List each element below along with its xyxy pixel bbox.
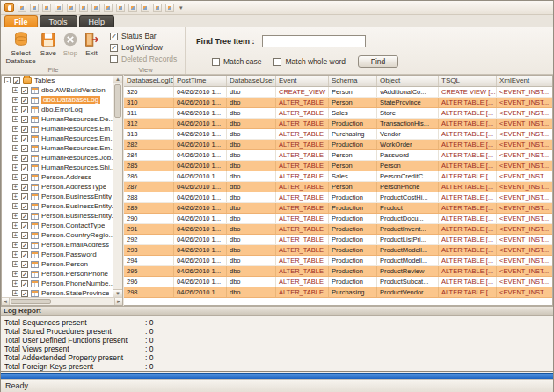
search-icon[interactable]	[91, 4, 100, 12]
grid-row-287[interactable]: 28704/26/2010 1...dboALTER_TABLEPersonPe…	[124, 182, 552, 192]
checkbox-icon[interactable]	[21, 174, 28, 181]
grid-row-286[interactable]: 28604/26/2010 1...dboALTER_TABLESalesPer…	[124, 171, 552, 182]
print-icon[interactable]	[67, 4, 76, 12]
checkbox-icon[interactable]	[21, 164, 28, 171]
checkbox-icon[interactable]	[21, 135, 28, 142]
grid-row-294[interactable]: 29404/26/2010 1...dboALTER_TABLEProducti…	[124, 256, 552, 266]
tree-item-person-businessentity[interactable]: + Person.BusinessEntity...	[2, 211, 113, 221]
grid-row-292[interactable]: 29204/26/2010 1...dboALTER_TABLEProducti…	[124, 235, 552, 245]
grid-row-293[interactable]: 29304/26/2010 1...dboALTER_TABLEProducti…	[124, 245, 552, 256]
qat-dropdown-icon[interactable]: ▾	[179, 1, 183, 15]
expand-icon[interactable]: +	[12, 280, 18, 287]
tree-item-person-address[interactable]: + Person.Address	[2, 172, 113, 182]
expand-icon[interactable]: +	[12, 116, 18, 122]
expand-icon[interactable]: +	[12, 145, 18, 151]
column-header-event[interactable]: Event	[276, 76, 329, 86]
tree-item-humanresources-job[interactable]: + HumanResources.Job...	[2, 153, 113, 163]
expand-icon[interactable]: +	[12, 97, 18, 103]
match-case-checkbox[interactable]: Match case	[212, 57, 261, 66]
expand-icon[interactable]: +	[12, 290, 18, 296]
checkbox-icon[interactable]	[21, 145, 28, 152]
expand-icon[interactable]: +	[12, 164, 18, 171]
checkbox-icon[interactable]	[13, 77, 20, 84]
save-all-icon[interactable]	[42, 4, 51, 12]
tree-item-person-businessentity[interactable]: + Person.BusinessEntity	[2, 192, 113, 201]
report-icon[interactable]	[128, 4, 137, 12]
tree-item-humanresources-em[interactable]: + HumanResources.Em...	[2, 143, 113, 153]
save-button[interactable]: Save	[37, 29, 60, 64]
expand-icon[interactable]: +	[12, 222, 18, 229]
tree-horizontal-scrollbar[interactable]: ◄ ►	[2, 297, 122, 305]
expand-icon[interactable]: +	[12, 106, 18, 113]
expand-icon[interactable]: +	[12, 193, 18, 200]
checkbox-icon[interactable]	[21, 280, 28, 287]
column-header-schema[interactable]: Schema	[329, 76, 377, 86]
checkbox-icon[interactable]	[21, 116, 28, 123]
column-header-databaseuser[interactable]: DatabaseUser	[227, 76, 276, 86]
info-icon[interactable]	[153, 4, 162, 12]
checkbox-icon[interactable]	[21, 232, 28, 239]
tree-item-dbo-awbuildversion[interactable]: + dbo.AWBuildVersion	[2, 85, 113, 95]
column-header-xmlevent[interactable]: XmlEvent	[497, 76, 553, 86]
log-window-checkbox[interactable]: Log Window	[110, 43, 181, 52]
tree-item-person-stateprovince[interactable]: + Person.StateProvince	[2, 288, 113, 297]
open-folder-icon[interactable]	[18, 4, 26, 12]
refresh-icon[interactable]	[104, 4, 113, 12]
find-button[interactable]: Find	[358, 55, 398, 68]
expand-icon[interactable]: +	[12, 242, 18, 248]
grid-row-288[interactable]: 28804/26/2010 1...dboALTER_TABLEProducti…	[124, 192, 552, 203]
scroll-down-icon[interactable]: ▼	[113, 289, 122, 297]
tree-item-humanresources-em[interactable]: + HumanResources.Em...	[2, 134, 113, 143]
preview-icon[interactable]	[79, 4, 88, 12]
stop-button[interactable]: Stop	[60, 29, 81, 64]
tree-item-person-password[interactable]: + Person.Password	[2, 250, 113, 259]
grid-row-289[interactable]: 28904/26/2010 1...dboALTER_TABLEProducti…	[124, 203, 552, 214]
scrollbar-thumb[interactable]	[114, 84, 121, 118]
column-header-posttime[interactable]: PostTime	[174, 76, 227, 86]
checkbox-icon[interactable]	[273, 58, 281, 66]
tree-item-person-businessentity[interactable]: + Person.BusinessEntity...	[2, 201, 113, 211]
grid-row-295[interactable]: 29504/26/2010 1...dboALTER_TABLEProducti…	[124, 266, 552, 277]
expand-icon[interactable]: +	[12, 213, 18, 219]
checkbox-icon[interactable]	[21, 261, 28, 268]
checkbox-icon[interactable]	[212, 58, 220, 66]
scrollbar-thumb[interactable]	[11, 299, 51, 304]
database-icon[interactable]	[116, 4, 125, 12]
expand-icon[interactable]: +	[12, 261, 18, 267]
grid-row-312[interactable]: 31204/26/2010 1...dboALTER_TABLEProducti…	[124, 119, 552, 129]
checkbox-icon[interactable]	[21, 106, 28, 113]
column-header-tsql[interactable]: TSQL	[439, 76, 497, 86]
tab-help[interactable]: Help	[79, 15, 115, 27]
save-icon[interactable]	[30, 4, 39, 12]
tree-item-person-contacttype[interactable]: + Person.ContactType	[2, 221, 113, 230]
checkbox-icon[interactable]	[21, 271, 28, 278]
column-header-object[interactable]: Object	[377, 76, 439, 86]
column-header-databaselogid[interactable]: DatabaseLogID	[124, 76, 174, 86]
scroll-left-icon[interactable]: ◄	[2, 298, 10, 305]
expand-icon[interactable]: +	[12, 126, 18, 132]
grid-row-296[interactable]: 29604/26/2010 1...dboALTER_TABLEProducti…	[124, 277, 552, 287]
expand-icon[interactable]: +	[12, 135, 18, 142]
tree-item-dbo-databaselog[interactable]: + dbo.DatabaseLog	[2, 95, 113, 105]
grid-row-290[interactable]: 29004/26/2010 1...dboALTER_TABLEProducti…	[124, 214, 552, 224]
grid-row-326[interactable]: 32604/26/2010 1...dboCREATE_VIEWPersonvA…	[124, 87, 552, 98]
select-database-button[interactable]: Select Database	[4, 29, 37, 64]
expand-icon[interactable]: +	[12, 174, 18, 180]
tree-vertical-scrollbar[interactable]: ▲ ▼	[113, 76, 122, 297]
checkbox-icon[interactable]	[21, 203, 28, 210]
checkbox-icon[interactable]	[110, 44, 118, 52]
expand-icon[interactable]: +	[12, 87, 18, 93]
grid-row-284[interactable]: 28404/26/2010 1...dboALTER_TABLEPersonPa…	[124, 150, 552, 161]
collapse-icon[interactable]: -	[4, 77, 11, 83]
grid-row-298[interactable]: 29804/26/2010 1...dboALTER_TABLEPurchasi…	[124, 287, 552, 298]
expand-icon[interactable]: +	[12, 271, 18, 277]
checkbox-icon[interactable]	[21, 126, 28, 133]
match-whole-word-checkbox[interactable]: Match whole word	[273, 57, 346, 66]
tree-root-tables[interactable]: - Tables	[2, 76, 113, 85]
scroll-right-icon[interactable]: ►	[114, 298, 122, 305]
help-icon[interactable]	[165, 4, 174, 12]
tree-item-humanresources-shi[interactable]: + HumanResources.Shi...	[2, 163, 113, 172]
expand-icon[interactable]: +	[12, 232, 18, 238]
checkbox-icon[interactable]	[21, 193, 28, 200]
tree-item-person-personphone[interactable]: + Person.PersonPhone	[2, 269, 113, 279]
